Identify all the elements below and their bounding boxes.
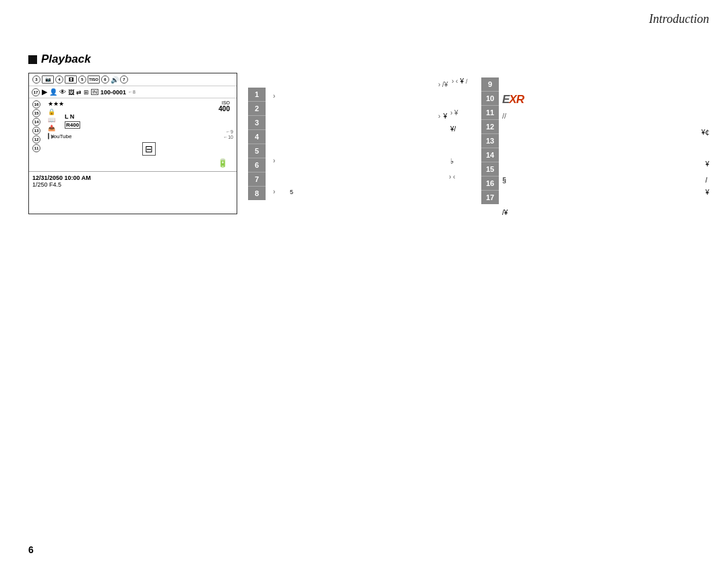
center-arrow-1: ›: [273, 89, 275, 101]
num-15: 15: [32, 109, 40, 117]
num-3: 3: [32, 75, 40, 84]
row-12-label: ¥/: [450, 125, 456, 133]
rcol-num-15: 15: [481, 162, 499, 177]
icon-face: 👤: [49, 88, 57, 96]
intro-heading: Introduction: [649, 12, 709, 26]
num-16: 16: [32, 100, 40, 108]
row-11-label: › ¥: [450, 109, 462, 117]
row-14-label: ♭: [450, 157, 454, 166]
exr-r: R: [516, 93, 524, 106]
icon-share: 📤: [48, 125, 63, 131]
camera-diagram-container: 3 📷 4 🎞 5 TISO 6 🔊 7 17 ▶ 👤 👁 🖼 ⇄ ⊞: [28, 73, 237, 214]
center-arrow-2: ›: [273, 154, 275, 166]
icon-in: IN: [91, 89, 98, 95]
icon-img: 🖼: [68, 89, 74, 96]
rcol-num-14: 14: [481, 148, 499, 162]
icon-tiso: TISO: [88, 75, 100, 84]
col-num-2: 2: [248, 102, 266, 116]
iso-row: ISO: [65, 100, 233, 105]
icon-book: 📖: [48, 117, 63, 123]
rcol-num-9: 9: [481, 77, 499, 92]
file-number: 100-0001: [100, 89, 126, 96]
iso-label: ISO: [222, 100, 230, 105]
num-12: 12: [32, 135, 40, 144]
cam-main: ISO 400 L N R400 ←9: [65, 100, 233, 168]
num-11: 11: [32, 144, 40, 152]
icon-grid: ⊞: [84, 89, 89, 96]
row-15-right: §: [502, 173, 506, 185]
playback-label: Playback: [41, 53, 91, 66]
row-17-right: /¥: [502, 205, 508, 218]
youtube-label: YouTube: [48, 133, 63, 139]
num-4: 4: [55, 75, 63, 84]
center-label-5: 5: [290, 185, 293, 197]
r-value: R400: [65, 121, 80, 129]
iso-number: 400: [218, 105, 230, 113]
num-7: 7: [120, 75, 128, 84]
center-icon-area: ⊟: [65, 139, 233, 158]
row-10-exr: EXR: [502, 93, 524, 106]
icon-vid: 🎞: [65, 75, 77, 84]
center-num-column: 1 2 3 4 5 6 7 8: [248, 88, 266, 200]
cam-bottom-info: 12/31/2050 10:00 AM 1/250 F4.5: [29, 171, 237, 189]
section-marker: [28, 55, 37, 64]
exr-e: E: [502, 93, 509, 106]
num-14: 14: [32, 118, 40, 126]
row-11-right: //: [502, 109, 506, 121]
exr-x: X: [509, 93, 516, 106]
arrow-11: › ¥: [438, 109, 447, 121]
rcol-num-11: 11: [481, 106, 499, 120]
col-num-4: 4: [248, 130, 266, 144]
icon-eye: 👁: [59, 88, 66, 96]
callout-9: ←9: [226, 129, 233, 134]
row-12-far-right: ¥₵: [701, 125, 709, 137]
playback-section: Playback 3 📷 4 🎞 5 TISO 6 🔊 7 17: [28, 53, 237, 214]
icon-play: ▶: [42, 88, 47, 96]
page-number: 6: [28, 544, 34, 555]
cam-icons: ★★★ 🔒 📖 📤 YouTube: [48, 100, 63, 168]
row-9-label: › ‹ ¥ /: [452, 77, 468, 85]
num-13: 13: [32, 127, 40, 135]
left-callouts: 16 15 14 13 12 11: [32, 100, 46, 168]
playback-title: Playback: [28, 53, 237, 66]
camera-diagram: 3 📷 4 🎞 5 TISO 6 🔊 7 17 ▶ 👤 👁 🖼 ⇄ ⊞: [28, 73, 237, 214]
rcol-num-16: 16: [481, 177, 499, 191]
battery-row: 🔋: [65, 158, 233, 168]
row-14-far-right: ¥: [705, 157, 709, 169]
col-num-1: 1: [248, 88, 266, 102]
right-num-column: 9 10 11 12 13 14 15 16 17: [481, 77, 499, 204]
row-15-far-right: / ¥: [705, 173, 709, 197]
quality-row: L N: [65, 113, 233, 121]
center-arrow-3: ›: [273, 185, 275, 197]
cam-datetime: 12/31/2050 10:00 AM: [32, 175, 233, 181]
col-num-7: 7: [248, 172, 266, 187]
icon-stars: ★★★: [48, 100, 63, 107]
num-6: 6: [101, 75, 109, 84]
r-value-row: R400: [65, 121, 233, 129]
rcol-num-17: 17: [481, 191, 499, 204]
col-num-8: 8: [248, 187, 266, 200]
num-17: 17: [32, 88, 40, 96]
iso-value: 400: [65, 105, 233, 113]
col-num-6: 6: [248, 158, 266, 172]
panorama-icon: ⊟: [142, 142, 156, 156]
num-8-callout: ←8: [128, 90, 135, 94]
rcol-num-10: 10: [481, 92, 499, 106]
icon-photo: 📷: [42, 75, 54, 84]
quality-value: L N: [65, 113, 74, 120]
num-5: 5: [78, 75, 86, 84]
right-num-callouts: ←9 ←10: [65, 129, 233, 139]
rcol-num-12: 12: [481, 120, 499, 134]
callout-10: ←10: [223, 135, 233, 139]
cam-exposure: 1/250 F4.5: [32, 181, 233, 188]
col-num-5: 5: [248, 144, 266, 158]
row-15-label: › ‹: [449, 173, 455, 181]
icon-lock: 🔒: [48, 108, 63, 115]
youtube-icon: [48, 133, 49, 139]
col-num-3: 3: [248, 116, 266, 130]
icon-arrows: ⇄: [76, 89, 82, 96]
battery-icon: 🔋: [218, 158, 228, 168]
arrow-9: › /¥: [438, 77, 448, 90]
top-icons-row: 3 📷 4 🎞 5 TISO 6 🔊 7: [29, 73, 237, 86]
rcol-num-13: 13: [481, 134, 499, 148]
